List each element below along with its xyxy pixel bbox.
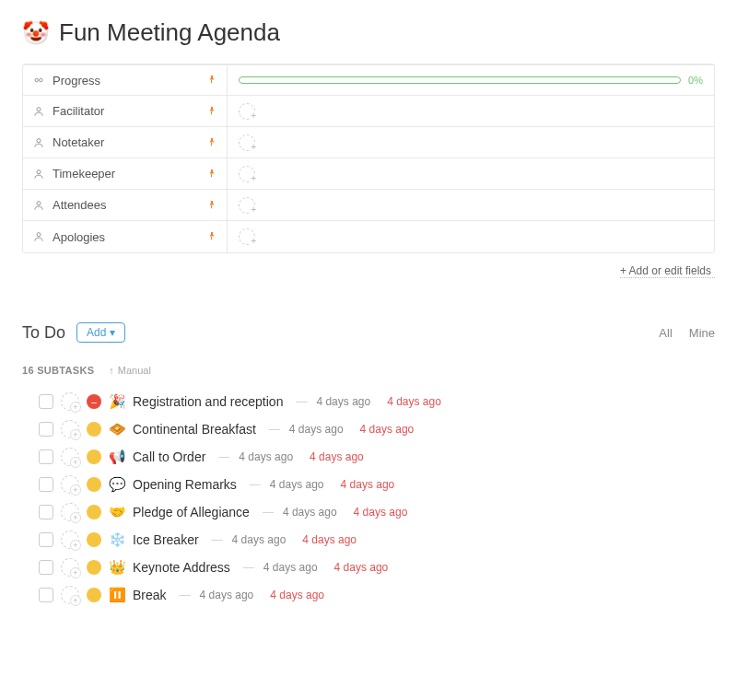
divider-icon: —: [218, 450, 229, 463]
header-emoji-icon: 🤡: [22, 20, 50, 46]
field-value-cell[interactable]: [228, 158, 714, 189]
due-date[interactable]: 4 days ago: [341, 478, 395, 491]
priority-badge[interactable]: –: [87, 394, 101, 409]
field-row[interactable]: Facilitator: [23, 96, 714, 127]
subtask-name[interactable]: Break: [133, 588, 167, 602]
filter-mine[interactable]: Mine: [689, 326, 715, 340]
subtasks-count: 16 SUBTASKS: [22, 365, 94, 376]
field-row[interactable]: Apologies: [23, 221, 714, 252]
field-value-cell[interactable]: [228, 221, 714, 252]
subtask-name[interactable]: Call to Order: [133, 449, 205, 464]
sort-arrow-icon: ↑: [109, 365, 114, 376]
priority-badge[interactable]: [87, 588, 101, 602]
due-date[interactable]: 4 days ago: [310, 450, 364, 463]
field-value-cell[interactable]: 0%: [228, 65, 714, 95]
add-subtask-button[interactable]: Add ▾: [76, 322, 125, 343]
task-emoji-icon: 🎉: [109, 393, 125, 410]
subtask-checkbox[interactable]: [39, 422, 53, 437]
assign-user-placeholder[interactable]: [239, 228, 255, 245]
subtask-name[interactable]: Ice Breaker: [133, 532, 199, 547]
subtask-checkbox[interactable]: [39, 532, 53, 547]
todo-header: To Do Add ▾ All Mine: [22, 322, 715, 343]
subtask-checkbox[interactable]: [39, 449, 53, 464]
fields-table: Progress0%FacilitatorNotetakerTimekeeper…: [22, 64, 715, 253]
todo-filters: All Mine: [659, 326, 715, 340]
pin-icon[interactable]: [206, 73, 217, 88]
assign-user-placeholder[interactable]: [239, 166, 255, 182]
subtask-row[interactable]: 💬Opening Remarks—4 days ago4 days ago: [22, 475, 715, 494]
subtask-row[interactable]: ⏸️Break—4 days ago4 days ago: [22, 586, 715, 604]
pin-icon[interactable]: [206, 167, 217, 181]
add-edit-fields-link[interactable]: + Add or edit fields: [620, 259, 715, 278]
priority-badge[interactable]: [87, 532, 101, 547]
task-emoji-icon: ⏸️: [109, 587, 125, 603]
field-row[interactable]: Progress0%: [23, 64, 714, 96]
subtask-name[interactable]: Keynote Address: [133, 560, 230, 575]
assign-user-placeholder[interactable]: [239, 103, 255, 120]
assignee-placeholder[interactable]: [61, 448, 79, 466]
subtask-checkbox[interactable]: [39, 588, 53, 602]
assignee-placeholder[interactable]: [61, 503, 79, 521]
field-row[interactable]: Timekeeper: [23, 158, 714, 190]
pin-icon[interactable]: [206, 104, 217, 119]
due-date[interactable]: 4 days ago: [354, 506, 408, 519]
pin-icon[interactable]: [206, 135, 217, 150]
field-value-cell[interactable]: [228, 190, 714, 220]
page-header: 🤡 Fun Meeting Agenda: [22, 18, 715, 47]
field-value-cell[interactable]: [228, 127, 714, 158]
divider-icon: —: [243, 561, 254, 574]
subtask-checkbox[interactable]: [39, 505, 53, 519]
subtask-checkbox[interactable]: [39, 394, 53, 409]
priority-badge[interactable]: [87, 477, 101, 492]
field-row[interactable]: Attendees: [23, 190, 714, 221]
divider-icon: —: [269, 423, 280, 436]
task-emoji-icon: 📢: [109, 449, 125, 465]
divider-icon: —: [212, 533, 223, 546]
due-date[interactable]: 4 days ago: [360, 423, 415, 436]
due-date[interactable]: 4 days ago: [302, 533, 357, 546]
assign-user-placeholder[interactable]: [239, 197, 255, 214]
subtask-checkbox[interactable]: [39, 560, 53, 575]
add-button-label: Add: [87, 326, 106, 339]
subtask-row[interactable]: ❄️Ice Breaker—4 days ago4 days ago: [22, 531, 715, 549]
field-row[interactable]: Notetaker: [23, 127, 714, 158]
field-value-cell[interactable]: [228, 96, 714, 126]
person-icon: [32, 230, 45, 243]
priority-badge[interactable]: [87, 560, 101, 575]
task-emoji-icon: 🤝: [109, 504, 125, 520]
subtask-row[interactable]: –🎉Registration and reception—4 days ago4…: [22, 392, 715, 411]
subtask-row[interactable]: 🤝Pledge of Allegiance—4 days ago4 days a…: [22, 503, 715, 521]
assignee-placeholder[interactable]: [61, 586, 79, 604]
subtasks-meta: 16 SUBTASKS ↑ Manual: [22, 365, 715, 376]
assignee-placeholder[interactable]: [61, 475, 79, 494]
subtask-row[interactable]: 👑Keynote Address—4 days ago4 days ago: [22, 558, 715, 577]
progress-value: 0%: [688, 75, 703, 86]
assign-user-placeholder[interactable]: [239, 134, 255, 151]
pin-icon[interactable]: [206, 229, 217, 244]
due-date[interactable]: 4 days ago: [387, 395, 441, 408]
field-label: Progress: [53, 74, 100, 88]
priority-badge[interactable]: [87, 449, 101, 464]
priority-badge[interactable]: [87, 422, 101, 437]
pin-icon[interactable]: [206, 198, 217, 213]
sort-option[interactable]: ↑ Manual: [109, 365, 151, 376]
progress-bar[interactable]: [239, 76, 681, 84]
assignee-placeholder[interactable]: [61, 531, 79, 549]
priority-badge[interactable]: [87, 505, 101, 519]
sort-label-text: Manual: [118, 365, 151, 376]
task-emoji-icon: ❄️: [109, 531, 125, 548]
assignee-placeholder[interactable]: [61, 558, 79, 577]
subtask-name[interactable]: Opening Remarks: [133, 477, 237, 492]
created-date: 4 days ago: [270, 478, 324, 491]
subtask-row[interactable]: 📢Call to Order—4 days ago4 days ago: [22, 448, 715, 466]
filter-all[interactable]: All: [659, 326, 672, 340]
due-date[interactable]: 4 days ago: [334, 561, 389, 574]
subtask-name[interactable]: Registration and reception: [133, 394, 283, 409]
subtask-checkbox[interactable]: [39, 477, 53, 492]
assignee-placeholder[interactable]: [61, 420, 79, 438]
due-date[interactable]: 4 days ago: [270, 589, 324, 601]
subtask-name[interactable]: Continental Breakfast: [133, 422, 256, 437]
subtask-row[interactable]: 🧇Continental Breakfast—4 days ago4 days …: [22, 420, 715, 438]
subtask-name[interactable]: Pledge of Allegiance: [133, 505, 250, 519]
assignee-placeholder[interactable]: [61, 392, 79, 411]
